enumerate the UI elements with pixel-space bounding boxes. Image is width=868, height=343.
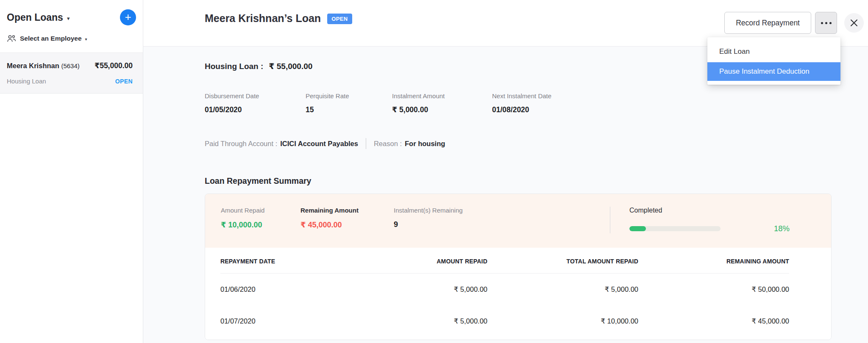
loan-item-employee-id: (5634) (61, 62, 79, 69)
loan-item-employee: Meera Krishnan (5634) (7, 62, 80, 70)
column-amount-repaid: AMOUNT REPAID (337, 258, 487, 265)
stat-remaining-amount: Remaining Amount ₹ 45,000.00 (300, 207, 394, 233)
field-instalment-amount: Instalment Amount ₹ 5,000.00 (392, 92, 492, 114)
table-row[interactable]: 01/06/2020 ₹ 5,000.00 ₹ 5,000.00 ₹ 50,00… (220, 274, 789, 305)
ellipsis-icon (821, 22, 832, 24)
completion-progress: Completed 18% (610, 207, 790, 233)
progress-bar (629, 226, 721, 231)
field-next-instalment-date: Next Instalment Date 01/08/2020 (492, 92, 832, 114)
field-disbursement-date: Disbursement Date 01/05/2020 (205, 92, 306, 114)
more-options-button[interactable] (815, 12, 837, 34)
select-employee-dropdown[interactable]: Select an Employee ▾ (7, 35, 136, 53)
loan-type-label: Housing Loan : (205, 62, 263, 71)
select-employee-label: Select an Employee (20, 35, 82, 42)
reason-label: Reason : (374, 140, 402, 148)
sidebar-header: Open Loans ▾ + Select an Employee ▾ (0, 0, 143, 53)
column-total-amount-repaid: TOTAL AMOUNT REPAID (487, 258, 638, 265)
repayment-summary-card: Amount Repaid ₹ 10,000.00 Remaining Amou… (205, 194, 832, 340)
column-remaining-amount: REMAINING AMOUNT (638, 258, 789, 265)
stat-instalments-remaining: Instalment(s) Remaining 9 (394, 207, 463, 233)
progress-bar-fill (629, 226, 646, 231)
page-title: Meera Krishnan’s Loan (205, 12, 321, 25)
paid-through-label: Paid Through Account : (205, 140, 277, 148)
repayment-summary-heading: Loan Repayment Summary (205, 176, 832, 186)
summary-stats-section: Amount Repaid ₹ 10,000.00 Remaining Amou… (205, 194, 831, 248)
more-options-menu: Edit Loan Pause Instalment Deduction (707, 37, 840, 85)
repayment-table: REPAYMENT DATE AMOUNT REPAID TOTAL AMOUN… (205, 248, 831, 340)
loans-filter-dropdown[interactable]: Open Loans ▾ (7, 12, 70, 23)
loan-detail-content: Housing Loan : ₹ 55,000.00 Disbursement … (143, 47, 868, 340)
loan-list-item[interactable]: Meera Krishnan (5634) ₹55,000.00 Housing… (0, 53, 143, 94)
employees-icon (7, 35, 16, 42)
menu-item-edit-loan[interactable]: Edit Loan (707, 41, 840, 62)
close-button[interactable] (844, 13, 864, 33)
record-repayment-button[interactable]: Record Repayment (724, 12, 811, 34)
close-icon (850, 19, 858, 27)
column-repayment-date: REPAYMENT DATE (220, 258, 337, 265)
app-window: Open Loans ▾ + Select an Employee ▾ (0, 0, 868, 343)
table-row[interactable]: 01/07/2020 ₹ 5,000.00 ₹ 10,000.00 ₹ 45,0… (220, 305, 789, 337)
chevron-down-icon: ▾ (85, 37, 87, 41)
loan-item-status-badge: OPEN (115, 78, 133, 85)
loan-item-type: Housing Loan (7, 77, 46, 85)
loan-fields: Disbursement Date 01/05/2020 Perquisite … (205, 92, 832, 114)
loans-filter-label: Open Loans (7, 12, 63, 23)
completed-label: Completed (629, 207, 790, 214)
completed-percentage: 18% (774, 224, 790, 233)
sidebar: Open Loans ▾ + Select an Employee ▾ (0, 0, 143, 343)
loan-item-employee-name: Meera Krishnan (7, 62, 59, 69)
paid-through-row: Paid Through Account : ICICI Account Pay… (205, 138, 832, 149)
plus-icon: + (125, 11, 131, 22)
reason-value: For housing (405, 140, 445, 148)
vertical-divider (366, 138, 366, 149)
field-perquisite-rate: Perquisite Rate 15 (306, 92, 392, 114)
loan-amount: ₹ 55,000.00 (269, 61, 312, 71)
stat-amount-repaid: Amount Repaid ₹ 10,000.00 (221, 207, 300, 233)
loan-item-amount: ₹55,000.00 (95, 61, 133, 70)
main-panel: Meera Krishnan’s Loan OPEN Record Repaym… (143, 0, 868, 343)
menu-item-pause-instalment-deduction[interactable]: Pause Instalment Deduction (707, 62, 840, 81)
status-badge: OPEN (327, 14, 352, 24)
chevron-down-icon: ▾ (67, 15, 70, 22)
table-header-row: REPAYMENT DATE AMOUNT REPAID TOTAL AMOUN… (220, 248, 789, 274)
add-loan-button[interactable]: + (120, 9, 136, 25)
paid-through-value: ICICI Account Payables (280, 140, 358, 148)
